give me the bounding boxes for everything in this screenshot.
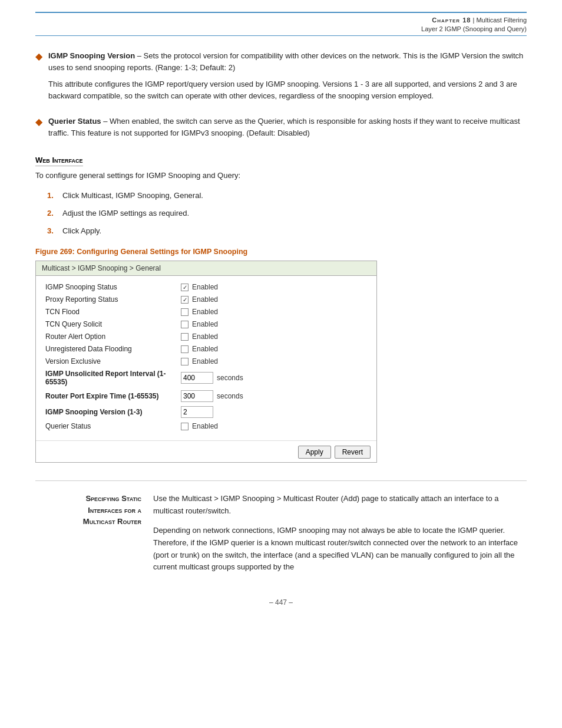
form-row-tcn-query-solicit: TCN Query Solicit Enabled	[45, 320, 367, 328]
web-interface-heading: Web Interface	[35, 156, 527, 166]
label-unsolicited-interval: IGMP Unsolicited Report Interval (1-6553…	[45, 370, 181, 386]
control-querier-status: Enabled	[181, 422, 218, 430]
label-querier-status: Querier Status	[45, 422, 181, 430]
step-num-2: 2.	[47, 207, 58, 219]
web-interface-subtext: To configure general settings for IGMP S…	[35, 170, 527, 182]
bullet-item-igmp-version: ◆ IGMP Snooping Version – Sets the proto…	[35, 50, 527, 107]
label-router-alert: Router Alert Option	[45, 332, 181, 341]
control-router-alert: Enabled	[181, 332, 218, 341]
step-text-1: Click Multicast, IGMP Snooping, General.	[62, 190, 203, 202]
specifying-static-section: Specifying StaticInterfaces for aMultica…	[35, 493, 527, 581]
checkbox-label-version-exclusive: Enabled	[192, 357, 218, 365]
page-number: – 447 –	[35, 598, 527, 607]
text-2a: When enabled, the switch can serve as th…	[48, 117, 520, 137]
control-version-exclusive: Enabled	[181, 357, 218, 365]
step-3: 3. Click Apply.	[47, 225, 527, 237]
checkbox-label-proxy-reporting: Enabled	[192, 295, 218, 304]
checkbox-tcn-query-solicit[interactable]	[181, 321, 189, 328]
step-2: 2. Adjust the IGMP settings as required.	[47, 207, 527, 219]
checkbox-label-router-alert: Enabled	[192, 332, 218, 341]
bullet-item-querier-status: ◆ Querier Status – When enabled, the swi…	[35, 116, 527, 144]
checkbox-label-tcn-query-solicit: Enabled	[192, 320, 218, 328]
checkbox-label-unregistered-flooding: Enabled	[192, 345, 218, 353]
checkbox-querier-status[interactable]	[181, 423, 189, 430]
bullet-text-1b: This attribute configures the IGMP repor…	[48, 78, 527, 102]
control-proxy-reporting: Enabled	[181, 295, 218, 304]
bullet-text-1a: IGMP Snooping Version – Sets the protoco…	[48, 50, 527, 74]
step-text-3: Click Apply.	[62, 225, 101, 237]
page-container: Chapter 18 | Multicast Filtering Layer 2…	[0, 0, 562, 630]
step-text-2: Adjust the IGMP settings as required.	[62, 207, 189, 219]
form-row-router-alert: Router Alert Option Enabled	[45, 332, 367, 341]
checkbox-proxy-reporting[interactable]	[181, 296, 189, 304]
chapter-title: Multicast Filtering	[476, 17, 527, 24]
step-num-3: 3.	[47, 225, 58, 237]
chapter-pipe: |	[473, 17, 475, 24]
checkbox-version-exclusive[interactable]	[181, 358, 189, 365]
control-unregistered-flooding: Enabled	[181, 345, 218, 353]
checkbox-label-tcn-flood: Enabled	[192, 308, 218, 316]
label-router-port-expire: Router Port Expire Time (1-65535)	[45, 392, 181, 400]
specifying-para1: Use the Multicast > IGMP Snooping > Mult…	[153, 493, 527, 518]
dash-1: –	[137, 51, 144, 60]
form-row-router-port-expire: Router Port Expire Time (1-65535) second…	[45, 390, 367, 402]
control-router-port-expire: seconds	[181, 390, 243, 402]
sidebar-title-line1: Specifying StaticInterfaces for aMultica…	[83, 494, 141, 526]
step-1: 1. Click Multicast, IGMP Snooping, Gener…	[47, 190, 527, 202]
label-unregistered-flooding: Unregistered Data Flooding	[45, 345, 181, 353]
control-unsolicited-interval: seconds	[181, 372, 243, 384]
term-igmp-version: IGMP Snooping Version	[48, 51, 135, 60]
form-row-unregistered-flooding: Unregistered Data Flooding Enabled	[45, 345, 367, 353]
input-unsolicited-interval[interactable]	[181, 372, 213, 384]
numbered-steps: 1. Click Multicast, IGMP Snooping, Gener…	[47, 190, 527, 237]
figure-body: IGMP Snooping Status Enabled Proxy Repor…	[36, 276, 376, 440]
control-tcn-flood: Enabled	[181, 308, 218, 316]
input-snooping-version[interactable]	[181, 406, 213, 418]
diamond-icon-2: ◆	[35, 116, 42, 127]
checkbox-label-querier-status: Enabled	[192, 422, 218, 430]
checkbox-tcn-flood[interactable]	[181, 308, 189, 316]
label-tcn-query-solicit: TCN Query Solicit	[45, 320, 181, 328]
form-row-querier-status: Querier Status Enabled	[45, 422, 367, 430]
unit-router-port-expire: seconds	[217, 392, 243, 400]
bullet-section: ◆ IGMP Snooping Version – Sets the proto…	[35, 50, 527, 144]
form-row-unsolicited-interval: IGMP Unsolicited Report Interval (1-6553…	[45, 370, 367, 386]
checkbox-igmp-snooping-status[interactable]	[181, 284, 189, 291]
form-row-proxy-reporting: Proxy Reporting Status Enabled	[45, 295, 367, 304]
sidebar-title: Specifying StaticInterfaces for aMultica…	[35, 493, 153, 528]
form-row-snooping-version: IGMP Snooping Version (1-3)	[45, 406, 367, 418]
checkbox-unregistered-flooding[interactable]	[181, 345, 189, 353]
bullet-text-2a: Querier Status – When enabled, the switc…	[48, 116, 527, 139]
label-tcn-flood: TCN Flood	[45, 308, 181, 316]
form-row-version-exclusive: Version Exclusive Enabled	[45, 357, 367, 365]
web-interface-label: Web Interface	[35, 156, 83, 166]
step-num-1: 1.	[47, 190, 58, 202]
bullet-content-2: Querier Status – When enabled, the switc…	[48, 116, 527, 144]
label-igmp-snooping-status: IGMP Snooping Status	[45, 283, 181, 291]
form-row-igmp-snooping-status: IGMP Snooping Status Enabled	[45, 283, 367, 291]
form-row-tcn-flood: TCN Flood Enabled	[45, 308, 367, 316]
chapter-label: Chapter 18	[432, 17, 471, 24]
apply-button[interactable]: Apply	[298, 446, 331, 459]
control-igmp-snooping-status: Enabled	[181, 283, 218, 291]
figure-box: Multicast > IGMP Snooping > General IGMP…	[35, 261, 377, 463]
control-tcn-query-solicit: Enabled	[181, 320, 218, 328]
chapter-subtitle: Layer 2 IGMP (Snooping and Query)	[421, 25, 527, 32]
sidebar-content: Use the Multicast > IGMP Snooping > Mult…	[153, 493, 527, 581]
specifying-para2: Depending on network connections, IGMP s…	[153, 525, 527, 574]
term-querier-status: Querier Status	[48, 117, 101, 126]
revert-button[interactable]: Revert	[335, 446, 371, 459]
label-version-exclusive: Version Exclusive	[45, 357, 181, 365]
separator	[35, 480, 527, 481]
diamond-icon-1: ◆	[35, 51, 42, 62]
checkbox-label-igmp-snooping-status: Enabled	[192, 283, 218, 291]
label-proxy-reporting: Proxy Reporting Status	[45, 295, 181, 304]
header-text: Chapter 18 | Multicast Filtering Layer 2…	[421, 17, 527, 32]
label-snooping-version: IGMP Snooping Version (1-3)	[45, 408, 181, 416]
checkbox-router-alert[interactable]	[181, 333, 189, 341]
figure-caption: Figure 269: Configuring General Settings…	[35, 248, 527, 256]
page-header: Chapter 18 | Multicast Filtering Layer 2…	[35, 12, 527, 36]
bullet-content-1: IGMP Snooping Version – Sets the protoco…	[48, 50, 527, 107]
unit-unsolicited-interval: seconds	[217, 374, 243, 382]
input-router-port-expire[interactable]	[181, 390, 213, 402]
